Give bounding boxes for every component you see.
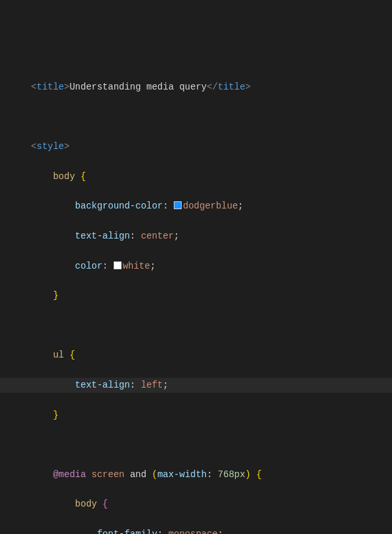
- code-line[interactable]: body {: [0, 169, 392, 184]
- selector-body: body: [53, 171, 75, 182]
- code-line[interactable]: [0, 437, 392, 452]
- selector-ul: ul: [53, 350, 64, 360]
- code-line[interactable]: <style>: [0, 139, 392, 154]
- code-line[interactable]: <title>Understanding media query</title>: [0, 80, 392, 95]
- code-line[interactable]: text-align: center;: [0, 229, 392, 244]
- title-text: Understanding media query: [69, 82, 206, 92]
- code-line-highlight[interactable]: text-align: left;: [0, 378, 392, 393]
- code-line[interactable]: color: white;: [0, 259, 392, 274]
- code-line[interactable]: @media screen and (max-width: 768px) {: [0, 467, 392, 482]
- code-line[interactable]: }: [0, 288, 392, 303]
- color-swatch-white[interactable]: [114, 261, 122, 269]
- color-swatch-dodgerblue[interactable]: [174, 201, 182, 209]
- code-line[interactable]: ul {: [0, 348, 392, 363]
- code-line[interactable]: [0, 110, 392, 125]
- code-line[interactable]: background-color: dodgerblue;: [0, 199, 392, 214]
- code-line[interactable]: [0, 318, 392, 333]
- code-editor[interactable]: <title>Understanding media query</title>…: [0, 65, 392, 534]
- code-line[interactable]: font-family: monospace;: [0, 527, 392, 534]
- code-line[interactable]: }: [0, 408, 392, 423]
- code-line[interactable]: body {: [0, 497, 392, 512]
